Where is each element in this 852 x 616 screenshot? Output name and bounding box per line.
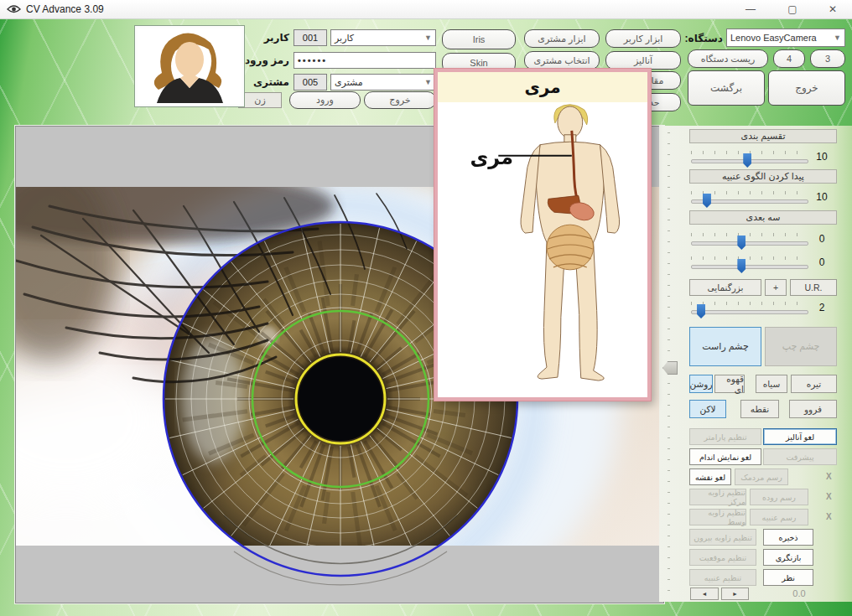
three-d-slider-2[interactable]	[691, 265, 808, 269]
nav-prev-button[interactable]: ◄	[690, 588, 719, 600]
set-position-button[interactable]: تنظیم موقعیت	[689, 549, 756, 566]
magnify-slider[interactable]	[691, 310, 808, 314]
nav-next-button[interactable]: ►	[721, 588, 749, 600]
three-d-slider-2-ticks	[691, 256, 807, 260]
chevron-down-icon: ▼	[424, 34, 432, 42]
window-titlebar: CV Advance 3.09 — ▢ ✕	[0, 0, 852, 19]
mark-dot-button[interactable]: نقطه	[740, 400, 779, 418]
three-d-header[interactable]: سه بعدی	[689, 210, 837, 225]
segmentation-slider-thumb[interactable]	[743, 153, 751, 168]
x-mark: X	[826, 512, 832, 521]
progress-button[interactable]: پیشرفت	[763, 448, 837, 465]
user-tools-button[interactable]: ابزار کاربر	[605, 29, 681, 48]
magnify-slider-ticks	[691, 302, 807, 305]
iris-pattern-header[interactable]: پیدا کردن الگوی عنبیه	[689, 169, 837, 184]
magnify-value: 2	[810, 302, 834, 313]
organ-label: مری	[470, 146, 512, 169]
ur-button[interactable]: U.R.	[790, 279, 837, 296]
set-parameter-button[interactable]: تنظیم پارامتر	[689, 428, 761, 445]
app-window: { "window": { "title": "CV Advance 3.09"…	[0, 0, 852, 616]
customer-photo-frame	[134, 25, 245, 107]
back-button[interactable]: برگشت	[688, 70, 765, 106]
shade-black-button[interactable]: سیاه	[756, 375, 787, 393]
shade-dark-button[interactable]: تیره	[791, 375, 837, 393]
segmentation-value: 10	[810, 151, 834, 163]
x-mark: X	[826, 492, 832, 501]
set-center-angle-button[interactable]: تنظیم زاویه مرکز	[689, 489, 746, 505]
user-select-value: کاربر	[335, 33, 354, 44]
password-input[interactable]: ••••••	[294, 52, 436, 69]
login-button[interactable]: ورود	[289, 91, 361, 109]
three-d-slider-1-thumb[interactable]	[737, 236, 746, 250]
cancel-analysis-button[interactable]: لغو آنالیز	[763, 428, 837, 445]
organ-popup: مری مری	[434, 69, 651, 401]
close-button[interactable]: ✕	[818, 0, 847, 18]
app-eye-icon	[7, 4, 21, 14]
customer-avatar	[138, 29, 241, 103]
mark-lacuna-button[interactable]: لاکن	[689, 400, 726, 418]
right-arrow-icon: ►	[732, 591, 738, 597]
intestines	[547, 225, 594, 270]
left-arrow-icon: ◄	[702, 591, 708, 597]
chevron-down-icon: ▼	[424, 78, 432, 86]
analyze-button[interactable]: آنالیز	[605, 51, 681, 70]
set-iris-button[interactable]: تنظیم عنبیه	[689, 569, 756, 586]
magnify-plus-button[interactable]: +	[765, 279, 787, 296]
user-label: کاربر	[239, 32, 289, 44]
vertical-slider-thumb[interactable]	[662, 361, 678, 375]
set-outer-angle-button[interactable]: تنظیم زاویه بیرون	[689, 529, 756, 546]
customer-select-value: مشتری	[335, 77, 363, 88]
user-code-input[interactable]: 001	[294, 29, 327, 46]
device-select[interactable]: Lenovo EasyCamera ▼	[726, 28, 845, 47]
iris-pattern-slider[interactable]	[691, 199, 808, 204]
reset-device-button[interactable]: ریست دستگاه	[688, 49, 768, 68]
iris-button[interactable]: Iris	[442, 29, 516, 49]
nav-value: 0.0	[785, 588, 813, 598]
three-d-slider-1[interactable]	[691, 241, 808, 246]
cancel-organ-display-button[interactable]: لغو نمایش اندام	[689, 448, 761, 465]
right-eye-button[interactable]: چشم راست	[689, 327, 761, 366]
mark-crypt-button[interactable]: فروو	[789, 400, 837, 418]
x-mark: X	[826, 472, 832, 481]
window-title: CV Advance 3.09	[26, 3, 104, 15]
maximize-button[interactable]: ▢	[778, 0, 807, 18]
device-3-button[interactable]: 3	[810, 49, 845, 68]
draw-intestine-button[interactable]: رسم روده	[750, 489, 808, 505]
segmentation-header[interactable]: تقسیم بندی	[689, 129, 837, 143]
iris-pattern-slider-thumb[interactable]	[703, 194, 711, 208]
pupil	[299, 357, 382, 441]
user-select[interactable]: کاربر ▼	[330, 29, 436, 46]
three-d-slider-2-thumb[interactable]	[737, 259, 746, 273]
review-button[interactable]: بازنگری	[763, 549, 813, 566]
customer-label: مشتری	[239, 76, 289, 88]
save-button[interactable]: ذخیره	[763, 529, 813, 546]
three-d-value-2: 0	[810, 256, 834, 268]
analysis-side-panel: تقسیم بندی 10 پیدا کردن الگوی عنبیه 10 س…	[659, 126, 852, 602]
set-middle-angle-button[interactable]: تنظیم زاویه وسط	[689, 509, 746, 525]
iris-pattern-value: 10	[810, 191, 834, 203]
exit-button[interactable]: خروج	[768, 70, 845, 106]
device-select-value: Lenovo EasyCamera	[730, 33, 817, 43]
customer-select[interactable]: مشتری ▼	[330, 74, 436, 91]
draw-pupil-button[interactable]: رسم مردمک	[735, 468, 788, 485]
shade-brown-button[interactable]: قهوه ای	[714, 375, 745, 393]
minimize-button[interactable]: —	[736, 0, 765, 18]
select-customer-button[interactable]: انتخاب مشتری	[524, 51, 600, 70]
magnify-slider-thumb[interactable]	[697, 304, 705, 318]
draw-iris-button[interactable]: رسم عنبیه	[750, 509, 808, 525]
opinion-button[interactable]: نظر	[763, 569, 813, 586]
magnify-button[interactable]: بزرگنمایی	[689, 279, 761, 296]
customer-code-input[interactable]: 005	[294, 74, 327, 91]
three-d-value-1: 0	[810, 233, 834, 245]
segmentation-slider[interactable]	[691, 159, 808, 163]
cancel-map-button[interactable]: لغو نقشه	[689, 468, 731, 485]
logout-button[interactable]: خروج	[364, 91, 436, 109]
shade-light-button[interactable]: روشن	[689, 375, 713, 393]
chevron-down-icon: ▼	[834, 34, 841, 42]
device-label: دستگاه:	[684, 33, 723, 44]
organ-popup-title: مری	[438, 72, 647, 102]
customer-tools-button[interactable]: ابزار مشتری	[524, 29, 600, 48]
left-eye-button[interactable]: چشم چپ	[765, 327, 837, 366]
device-4-button[interactable]: 4	[773, 49, 805, 68]
anatomy-figure: مری	[438, 102, 647, 394]
